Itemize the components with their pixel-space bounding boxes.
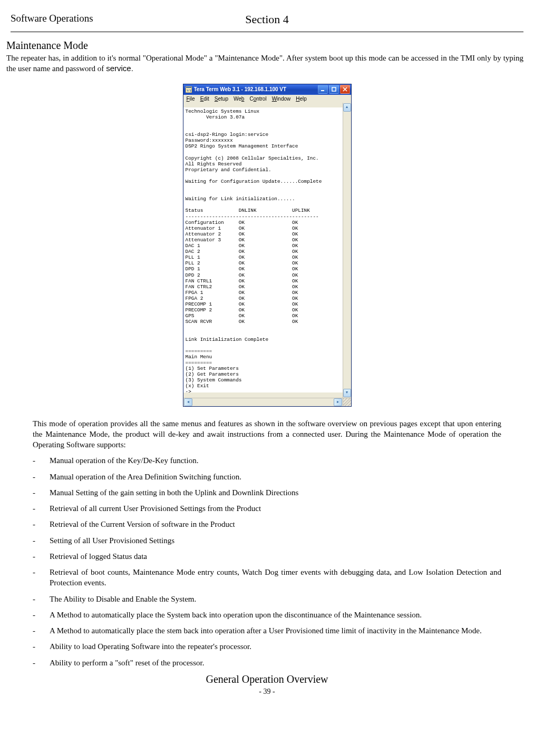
window-titlebar[interactable]: VT Tera Term Web 3.1 - 192.168.1.100 VT — [183, 84, 351, 95]
list-item-text: Retrieval of the Current Version of soft… — [50, 519, 501, 529]
window-menubar: File Edit Setup Web Control Window Help — [183, 95, 351, 103]
list-dash: - — [33, 487, 50, 498]
list-dash: - — [33, 503, 50, 514]
menu-web[interactable]: Web — [234, 96, 244, 102]
terminal-app-icon: VT — [186, 86, 192, 93]
list-item: -Manual operation of the Key/De-Key func… — [33, 455, 501, 466]
list-dash: - — [33, 472, 50, 482]
scroll-down-icon[interactable]: ▾ — [343, 389, 351, 397]
window-maximize-button[interactable] — [329, 85, 339, 94]
list-dash: - — [33, 610, 50, 620]
intro-paragraph: The repeater has, in addition to it's no… — [6, 53, 523, 74]
list-dash: - — [33, 567, 50, 588]
intro-service-word: service. — [106, 64, 133, 73]
horizontal-scrollbar[interactable]: ◂ ▸ — [183, 398, 351, 406]
list-dash: - — [33, 594, 50, 604]
intro-text: The repeater has, in addition to it's no… — [6, 54, 523, 73]
menu-window[interactable]: Window — [272, 96, 291, 102]
list-item: -The Ability to Disable and Enable the S… — [33, 594, 501, 604]
menu-edit[interactable]: Edit — [200, 96, 209, 102]
list-item-text: Retrieval of boot counts, Maintenance Mo… — [50, 567, 501, 588]
list-item: -Retrieval of the Current Version of sof… — [33, 519, 501, 529]
list-item-text: Manual operation of the Key/De-Key funct… — [50, 455, 501, 466]
list-item-text: A Method to automatically place the stem… — [50, 625, 501, 636]
window-title: Tera Term Web 3.1 - 192.168.1.100 VT — [194, 86, 316, 92]
svg-rect-1 — [186, 87, 191, 88]
terminal-window: VT Tera Term Web 3.1 - 192.168.1.100 VT … — [183, 84, 352, 407]
list-dash: - — [33, 535, 50, 546]
list-item: -Retrieval of logged Status data — [33, 551, 501, 562]
list-dash: - — [33, 455, 50, 466]
list-item-text: Ability to load Operating Software into … — [50, 641, 501, 652]
vertical-scrollbar[interactable]: ▴ ▾ — [343, 103, 351, 398]
list-dash: - — [33, 641, 50, 652]
scroll-right-icon[interactable]: ▸ — [334, 398, 342, 406]
list-item-text: Retrieval of all current User Provisione… — [50, 503, 501, 514]
list-item-text: Retrieval of logged Status data — [50, 551, 501, 562]
window-minimize-button[interactable] — [318, 85, 328, 94]
list-item: -Retrieval of boot counts, Maintenance M… — [33, 567, 501, 588]
list-item: -A Method to automatically place the ste… — [33, 625, 501, 636]
list-item-text: Ability to perform a "soft" reset of the… — [50, 657, 501, 668]
svg-rect-3 — [321, 90, 324, 91]
list-dash: - — [33, 551, 50, 562]
page-number: - 39 - — [11, 688, 523, 696]
list-item-text: A Method to automatically place the Syst… — [50, 610, 501, 620]
scroll-up-icon[interactable]: ▴ — [343, 103, 351, 112]
list-item-text: Setting of all User Provisioned Settings — [50, 535, 501, 546]
menu-setup[interactable]: Setup — [215, 96, 228, 102]
window-close-button[interactable] — [340, 85, 350, 94]
list-item: -Retrieval of all current User Provision… — [33, 503, 501, 514]
list-dash: - — [33, 657, 50, 668]
list-dash: - — [33, 519, 50, 529]
list-item: -Ability to load Operating Software into… — [33, 641, 501, 652]
menu-help[interactable]: Help — [296, 96, 307, 102]
feature-list: -Manual operation of the Key/De-Key func… — [33, 455, 501, 668]
list-item: -Setting of all User Provisioned Setting… — [33, 535, 501, 546]
footer-title: General Operation Overview — [11, 673, 523, 685]
list-item-text: The Ability to Disable and Enable the Sy… — [50, 594, 501, 604]
list-item-text: Manual operation of the Area Definition … — [50, 472, 501, 482]
terminal-output[interactable]: Technologic Systems Linux Version 3.07a … — [183, 107, 343, 392]
menu-file[interactable]: File — [187, 96, 195, 102]
list-item: -Manual operation of the Area Definition… — [33, 472, 501, 482]
after-paragraph: This mode of operation provides all the … — [33, 418, 501, 450]
scroll-left-icon[interactable]: ◂ — [184, 398, 192, 406]
header-divider — [11, 32, 523, 32]
list-item-text: Manual Setting of the gain setting in bo… — [50, 487, 501, 498]
menu-control[interactable]: Control — [249, 96, 266, 102]
list-item: -Ability to perform a "soft" reset of th… — [33, 657, 501, 668]
resize-grip-icon[interactable] — [343, 398, 351, 406]
list-item: -A Method to automatically place the Sys… — [33, 610, 501, 620]
header-left: Software Operations — [11, 13, 93, 24]
list-dash: - — [33, 625, 50, 636]
svg-rect-4 — [332, 87, 336, 91]
list-item: -Manual Setting of the gain setting in b… — [33, 487, 501, 498]
page-heading: Maintenance Mode — [6, 40, 523, 52]
svg-text:VT: VT — [187, 89, 192, 93]
